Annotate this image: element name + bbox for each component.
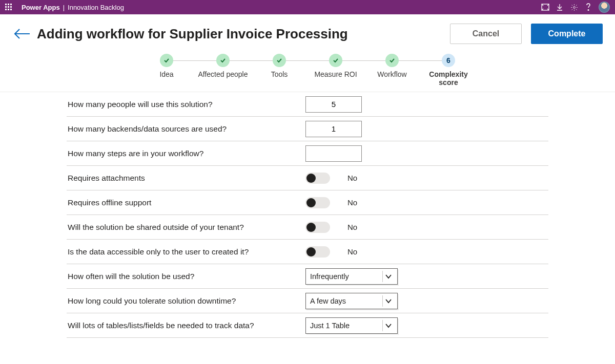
number-input[interactable] bbox=[305, 121, 362, 137]
toggle-switch[interactable] bbox=[305, 246, 330, 258]
page-title: Adding workflow for Supplier Invoice Pro… bbox=[37, 26, 450, 42]
svg-point-2 bbox=[588, 10, 589, 11]
select-value: A few days bbox=[310, 297, 384, 305]
app-page-name: Innovation Backlog bbox=[68, 4, 124, 11]
question-label: Is the data accessible only to the user … bbox=[68, 242, 305, 262]
number-input[interactable] bbox=[305, 96, 362, 113]
question-label: Requires attachments bbox=[68, 168, 305, 188]
help-icon[interactable] bbox=[581, 0, 596, 14]
complete-button[interactable]: Complete bbox=[531, 24, 603, 44]
step-4[interactable]: Workflow bbox=[364, 54, 420, 78]
number-input[interactable] bbox=[305, 145, 362, 162]
step-label: Tools bbox=[271, 70, 288, 78]
question-label: Will the solution be shared outside of y… bbox=[68, 218, 305, 237]
step-0[interactable]: Idea bbox=[138, 54, 195, 78]
form-row: Requires offline supportNo bbox=[67, 190, 548, 215]
chevron-down-icon bbox=[384, 323, 393, 328]
form-row: Requires attachmentsNo bbox=[67, 166, 548, 190]
app-topbar: Power Apps | Innovation Backlog bbox=[0, 0, 615, 14]
checkmark-icon bbox=[273, 54, 286, 67]
breadcrumb-separator: | bbox=[63, 4, 65, 11]
avatar[interactable] bbox=[599, 2, 610, 13]
step-5[interactable]: 6Complexity score bbox=[420, 54, 477, 87]
download-icon[interactable] bbox=[552, 0, 567, 14]
checkmark-icon bbox=[329, 54, 342, 67]
gear-icon[interactable] bbox=[567, 0, 581, 14]
toggle-switch[interactable] bbox=[305, 173, 330, 184]
step-label: Affected people bbox=[198, 70, 248, 78]
back-arrow-icon[interactable] bbox=[12, 24, 32, 44]
step-number: 6 bbox=[442, 54, 455, 67]
toggle-switch[interactable] bbox=[305, 222, 330, 233]
toggle-value-label: No bbox=[347, 223, 357, 231]
question-label: Requires offline support bbox=[68, 193, 305, 212]
fit-to-screen-icon[interactable] bbox=[538, 0, 552, 14]
app-launcher-icon[interactable] bbox=[5, 4, 12, 11]
form-row: How many steps are in your workflow? bbox=[67, 141, 548, 166]
question-label: How often will the solution be used? bbox=[68, 267, 305, 286]
checkmark-icon bbox=[385, 54, 399, 67]
wizard-stepper: IdeaAffected peopleToolsMeasure ROIWorkf… bbox=[0, 52, 615, 92]
checkmark-icon bbox=[160, 54, 173, 67]
complexity-form: How many peoople will use this solution?… bbox=[67, 92, 548, 338]
checkmark-icon bbox=[216, 54, 230, 67]
select-value: Infrequently bbox=[310, 272, 384, 281]
step-2[interactable]: Tools bbox=[251, 54, 308, 78]
form-row: Is the data accessible only to the user … bbox=[67, 240, 548, 264]
toggle-switch[interactable] bbox=[305, 197, 330, 208]
question-label: How many backends/data sources are used? bbox=[68, 119, 305, 139]
select-dropdown[interactable]: Just 1 Table bbox=[305, 317, 398, 334]
toggle-value-label: No bbox=[347, 174, 357, 182]
toggle-value-label: No bbox=[347, 198, 357, 207]
select-dropdown[interactable]: A few days bbox=[305, 293, 398, 309]
select-dropdown[interactable]: Infrequently bbox=[305, 268, 398, 285]
step-1[interactable]: Affected people bbox=[195, 54, 251, 78]
question-label: Will lots of tables/lists/fields be need… bbox=[68, 316, 305, 335]
form-row: Will lots of tables/lists/fields be need… bbox=[67, 313, 548, 338]
svg-point-1 bbox=[573, 6, 575, 8]
question-label: How many peoople will use this solution? bbox=[68, 95, 305, 114]
toggle-value-label: No bbox=[347, 247, 357, 256]
app-name: Power Apps bbox=[22, 4, 60, 11]
step-label: Idea bbox=[159, 70, 173, 78]
form-row: Will the solution be shared outside of y… bbox=[67, 215, 548, 240]
select-value: Just 1 Table bbox=[310, 322, 384, 330]
step-label: Measure ROI bbox=[314, 70, 357, 78]
page-header: Adding workflow for Supplier Invoice Pro… bbox=[0, 14, 615, 52]
form-row: How many peoople will use this solution? bbox=[67, 92, 548, 117]
step-label: Complexity score bbox=[420, 70, 477, 87]
chevron-down-icon bbox=[384, 298, 393, 304]
form-row: How long could you tolerate solution dow… bbox=[67, 289, 548, 313]
question-label: How many steps are in your workflow? bbox=[68, 144, 305, 163]
cancel-button[interactable]: Cancel bbox=[450, 24, 522, 44]
chevron-down-icon bbox=[384, 274, 393, 279]
step-3[interactable]: Measure ROI bbox=[308, 54, 364, 78]
form-row: How often will the solution be used?Infr… bbox=[67, 264, 548, 289]
form-row: How many backends/data sources are used? bbox=[67, 117, 548, 141]
step-label: Workflow bbox=[377, 70, 406, 78]
question-label: How long could you tolerate solution dow… bbox=[68, 291, 305, 311]
